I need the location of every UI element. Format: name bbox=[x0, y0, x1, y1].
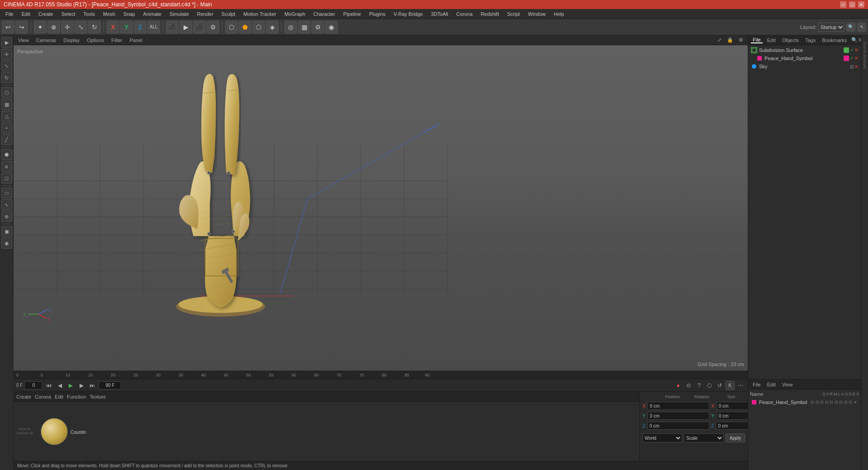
tab-tags[interactable]: Tags bbox=[803, 38, 817, 43]
menu-select[interactable]: Select bbox=[58, 10, 79, 18]
filter-menu[interactable]: Filter bbox=[109, 38, 124, 43]
object-peace-hand[interactable]: Peace_Hand_Symbol ✓ ✕ bbox=[749, 54, 860, 62]
auto-key-button[interactable]: ⊙ bbox=[684, 381, 693, 390]
layout-select[interactable]: Startup bbox=[818, 23, 844, 32]
viewport-config-btn[interactable]: ⚙ bbox=[737, 37, 745, 43]
menu-tools[interactable]: Tools bbox=[80, 10, 99, 18]
coord-x-pos[interactable] bbox=[647, 402, 709, 410]
panel-menu[interactable]: Panel bbox=[128, 38, 144, 43]
material-button[interactable]: ⬠ bbox=[252, 21, 265, 33]
maximize-button[interactable]: □ bbox=[849, 1, 855, 8]
menu-v-raybridge[interactable]: V-Ray Bridge bbox=[390, 10, 427, 18]
snap-button[interactable]: ◎ bbox=[284, 21, 297, 33]
axis-y-button[interactable]: Y bbox=[120, 21, 133, 33]
menu-plugins[interactable]: Plugins bbox=[365, 10, 389, 18]
subdiv-x[interactable]: ✕ bbox=[854, 47, 858, 53]
tool-object[interactable]: ⬟ bbox=[1, 149, 12, 160]
tool-rotate[interactable]: ↻ bbox=[1, 72, 12, 83]
tool-primitives[interactable]: ▣ bbox=[1, 226, 12, 237]
menu-file[interactable]: File bbox=[2, 10, 17, 18]
viewport-maximize-btn[interactable]: ⤢ bbox=[716, 37, 723, 43]
key-all-button[interactable]: K bbox=[726, 381, 735, 390]
tool-brush[interactable]: ⌀ bbox=[1, 161, 12, 172]
material-ball[interactable] bbox=[41, 418, 68, 445]
shading-button[interactable]: ⬟ bbox=[239, 21, 251, 33]
coord-z-pos[interactable] bbox=[647, 422, 709, 430]
grid-button[interactable]: ▦ bbox=[298, 21, 311, 33]
minimize-button[interactable]: ─ bbox=[840, 1, 846, 8]
menu-mesh[interactable]: Mesh bbox=[99, 10, 119, 18]
go-start-button[interactable]: ⏮ bbox=[44, 381, 53, 390]
render-view-button[interactable]: ▶ bbox=[179, 21, 192, 33]
material-create-menu[interactable]: Create bbox=[16, 394, 31, 400]
frame-input[interactable] bbox=[24, 381, 42, 390]
selection-button[interactable]: ⊕ bbox=[47, 21, 60, 33]
tab-objects[interactable]: Objects bbox=[780, 38, 801, 43]
go-end-button[interactable]: ⏭ bbox=[88, 381, 97, 390]
move-button[interactable]: ✛ bbox=[61, 21, 74, 33]
tool-deform[interactable]: ⬭ bbox=[1, 188, 12, 198]
undo-button[interactable]: ↩ bbox=[2, 21, 14, 33]
settings-button[interactable]: ⚙ bbox=[311, 21, 324, 33]
play-forward-button[interactable]: ▶ bbox=[66, 381, 75, 390]
menu-simulate[interactable]: Simulate bbox=[166, 10, 193, 18]
tab-edit[interactable]: Edit bbox=[765, 38, 778, 43]
attr-tab-view[interactable]: View bbox=[780, 382, 795, 387]
menu-sculpt[interactable]: Sculpt bbox=[218, 10, 239, 18]
sky-x[interactable]: ✕ bbox=[854, 64, 858, 69]
new-object-button[interactable]: ✦ bbox=[34, 21, 47, 33]
axis-all-button[interactable]: ALL bbox=[147, 21, 160, 33]
material-corona-menu[interactable]: Corona bbox=[35, 394, 51, 400]
coord-y-pos[interactable] bbox=[647, 412, 709, 420]
tool-mesh[interactable]: ▦ bbox=[1, 99, 12, 110]
tool-point[interactable]: • bbox=[1, 122, 12, 133]
tab-file[interactable]: File bbox=[751, 37, 763, 43]
search-icon[interactable]: 🔍 bbox=[851, 37, 858, 43]
viewport-3d[interactable]: Z X Y bbox=[14, 45, 748, 371]
menu-mograph[interactable]: MoGraph bbox=[281, 10, 309, 18]
tool-scene[interactable]: ◉ bbox=[1, 238, 12, 249]
shader-button[interactable]: ◉ bbox=[325, 21, 338, 33]
material-edit-menu[interactable]: Edit bbox=[55, 394, 63, 400]
peace-hand-x[interactable]: ✕ bbox=[854, 56, 858, 61]
attr-tab-edit[interactable]: Edit bbox=[765, 382, 778, 387]
layout-edit-button[interactable]: ✎ bbox=[857, 23, 866, 32]
options-menu[interactable]: Options bbox=[85, 38, 106, 43]
menu-help[interactable]: Help bbox=[550, 10, 568, 18]
tool-model[interactable]: ⬡ bbox=[1, 87, 12, 98]
menu-create[interactable]: Create bbox=[35, 10, 57, 18]
menu-motiontracker[interactable]: Motion Tracker bbox=[240, 10, 280, 18]
subdiv-visible-dot[interactable] bbox=[844, 47, 849, 53]
menu-edit[interactable]: Edit bbox=[18, 10, 34, 18]
tool-move[interactable]: ✛ bbox=[1, 49, 12, 60]
tool-nurbs[interactable]: ⊕ bbox=[1, 211, 12, 222]
end-frame-input[interactable] bbox=[99, 381, 121, 390]
cameras-menu[interactable]: Cameras bbox=[34, 38, 58, 43]
tool-select[interactable]: ▶ bbox=[1, 37, 12, 48]
material-function-menu[interactable]: Function bbox=[67, 394, 86, 400]
tool-edge[interactable]: ╱ bbox=[1, 134, 12, 145]
object-subdivision-surface[interactable]: Subdivision Surface ✓ ✕ bbox=[749, 46, 860, 54]
menu-animate[interactable]: Animate bbox=[140, 10, 165, 18]
world-select[interactable]: World Local Object bbox=[642, 433, 682, 442]
menu-snap[interactable]: Snap bbox=[120, 10, 139, 18]
rotate-button[interactable]: ↻ bbox=[88, 21, 101, 33]
menu-script[interactable]: Script bbox=[504, 10, 524, 18]
menu-render[interactable]: Render bbox=[193, 10, 217, 18]
tool-polygon[interactable]: △ bbox=[1, 111, 12, 122]
redo-button[interactable]: ↪ bbox=[15, 21, 28, 33]
layout-search-button[interactable]: 🔍 bbox=[846, 23, 855, 32]
timeline-settings[interactable]: ⋯ bbox=[736, 381, 745, 390]
attr-object-item[interactable]: Peace_Hand_Symbol ⊡ ⊡ ⊡ ⊡ ⊡ ⊡ ⊡ ⊡ ⊡ ✕ bbox=[750, 398, 859, 406]
close-button[interactable]: ✕ bbox=[858, 1, 864, 8]
tab-bookmarks[interactable]: Bookmarks bbox=[820, 38, 849, 43]
wireframe-button[interactable]: ⬡ bbox=[225, 21, 238, 33]
subdiv-check[interactable]: ✓ bbox=[850, 47, 854, 53]
record-button[interactable]: ● bbox=[674, 381, 683, 390]
render-picture-viewer-button[interactable]: ⬛ bbox=[193, 21, 206, 33]
menu-corona[interactable]: Corona bbox=[453, 10, 476, 18]
key-button[interactable]: ? bbox=[694, 381, 703, 390]
attr-tab-file[interactable]: File bbox=[751, 382, 763, 387]
display-menu[interactable]: Display bbox=[61, 38, 81, 43]
menu-3dtoall[interactable]: 3DToAll bbox=[427, 10, 452, 18]
